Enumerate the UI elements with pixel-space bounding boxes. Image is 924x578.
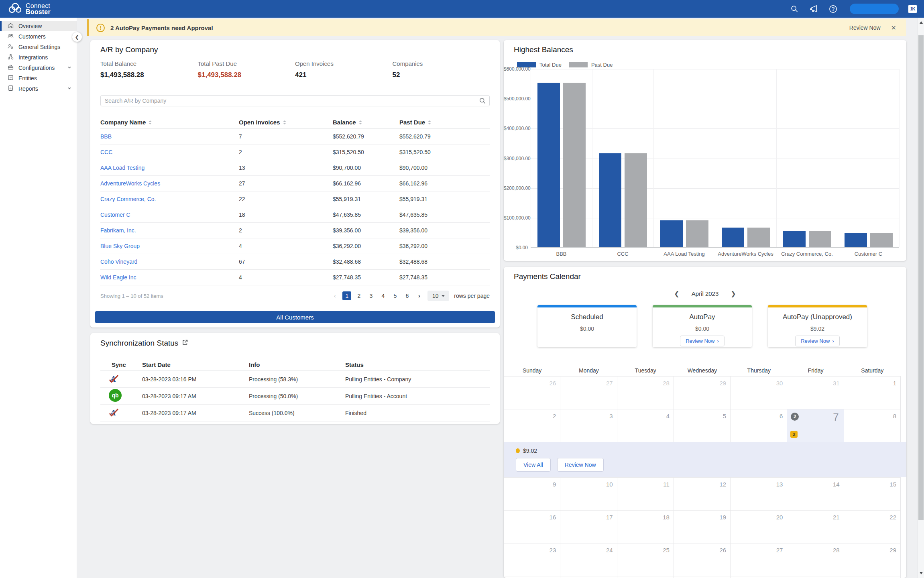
calendar-day[interactable]: 21 bbox=[787, 511, 844, 543]
calendar-day[interactable]: 17 bbox=[560, 511, 617, 543]
company-link[interactable]: CCC bbox=[100, 149, 112, 155]
page-button-4[interactable]: 4 bbox=[379, 291, 387, 300]
column-balance[interactable]: Balance bbox=[333, 119, 399, 126]
calendar-day[interactable]: 10 bbox=[560, 478, 617, 510]
bar-past-due[interactable] bbox=[625, 153, 647, 247]
calendar-day[interactable]: 16 bbox=[504, 511, 560, 543]
user-account-menu[interactable] bbox=[850, 4, 899, 14]
bar-past-due[interactable] bbox=[747, 228, 770, 247]
calendar-day[interactable]: 11 bbox=[617, 478, 674, 510]
calendar-day[interactable]: 29 bbox=[674, 377, 731, 409]
calendar-day[interactable]: 12 bbox=[674, 478, 731, 510]
autopay-unapproved-review-now-button[interactable]: Review Now› bbox=[795, 336, 840, 346]
bar-past-due[interactable] bbox=[563, 83, 586, 247]
company-link[interactable]: Blue Sky Group bbox=[100, 243, 140, 249]
calendar-day[interactable]: 26 bbox=[674, 543, 731, 576]
sidebar-item-integrations[interactable]: Integrations bbox=[0, 52, 77, 63]
kaseya-logo-badge[interactable]: 1K bbox=[908, 5, 917, 13]
company-link[interactable]: Crazy Commerce, Co. bbox=[100, 196, 156, 202]
calendar-day[interactable]: 18 bbox=[617, 511, 674, 543]
company-link[interactable]: Coho Vineyard bbox=[100, 258, 137, 265]
calendar-day[interactable] bbox=[504, 576, 560, 578]
calendar-day[interactable]: 31 bbox=[787, 377, 844, 409]
help-icon[interactable] bbox=[828, 4, 838, 14]
all-customers-button[interactable]: All Customers bbox=[95, 311, 495, 323]
calendar-day[interactable]: 23 bbox=[504, 543, 560, 576]
previous-month-icon[interactable]: ❮ bbox=[674, 290, 679, 297]
company-link[interactable]: AAA Load Testing bbox=[100, 165, 145, 171]
autopay-review-now-button[interactable]: Review Now› bbox=[680, 336, 725, 346]
external-link-icon[interactable] bbox=[182, 339, 188, 347]
column-open-invoices[interactable]: Open Invoices bbox=[239, 119, 333, 126]
calendar-day-selected[interactable]: 272 bbox=[787, 409, 844, 442]
page-button-3[interactable]: 3 bbox=[366, 291, 375, 300]
sidebar-collapse-button[interactable]: ❮ bbox=[72, 32, 82, 42]
search-icon[interactable] bbox=[790, 4, 799, 14]
calendar-day[interactable]: 28 bbox=[787, 543, 844, 576]
search-ar-input[interactable] bbox=[100, 95, 490, 106]
sidebar-item-configurations[interactable]: Configurations bbox=[0, 63, 77, 73]
autopay-event-badge[interactable]: 2 bbox=[790, 431, 798, 438]
calendar-day[interactable]: 15 bbox=[844, 478, 901, 510]
sidebar-item-overview[interactable]: Overview bbox=[0, 21, 77, 31]
banner-review-now-link[interactable]: Review Now bbox=[849, 24, 881, 31]
calendar-day[interactable]: 24 bbox=[560, 543, 617, 576]
scroll-up-button[interactable] bbox=[918, 18, 924, 26]
next-page-button[interactable]: › bbox=[415, 291, 423, 300]
scroll-down-button[interactable] bbox=[918, 569, 924, 577]
previous-page-button[interactable]: ‹ bbox=[330, 291, 339, 300]
next-month-icon[interactable]: ❯ bbox=[731, 290, 736, 297]
bar-total-due[interactable] bbox=[660, 220, 683, 247]
calendar-day[interactable]: 20 bbox=[731, 511, 787, 543]
calendar-day[interactable]: 9 bbox=[504, 478, 560, 510]
calendar-day[interactable]: 28 bbox=[617, 377, 674, 409]
company-link[interactable]: AdventureWorks Cycles bbox=[100, 180, 160, 187]
calendar-day[interactable]: 14 bbox=[787, 478, 844, 510]
calendar-day[interactable] bbox=[731, 576, 787, 578]
calendar-day[interactable]: 27 bbox=[560, 377, 617, 409]
column-past-due[interactable]: Past Due bbox=[399, 119, 490, 126]
page-button-1[interactable]: 1 bbox=[342, 291, 351, 300]
calendar-day[interactable]: 6 bbox=[731, 409, 787, 442]
calendar-day[interactable] bbox=[617, 576, 674, 578]
bar-total-due[interactable] bbox=[537, 83, 560, 247]
bar-past-due[interactable] bbox=[809, 231, 831, 247]
calendar-day[interactable]: 27 bbox=[731, 543, 787, 576]
company-link[interactable]: Wild Eagle Inc bbox=[100, 274, 136, 281]
connectbooster-logo[interactable]: Connect Booster bbox=[7, 2, 51, 16]
calendar-day[interactable]: 29 bbox=[844, 543, 901, 576]
banner-close-icon[interactable]: ✕ bbox=[891, 24, 896, 32]
calendar-day[interactable]: 8 bbox=[844, 409, 901, 442]
calendar-day[interactable] bbox=[560, 576, 617, 578]
calendar-day[interactable]: 26 bbox=[504, 377, 560, 409]
announcements-megaphone-icon[interactable] bbox=[809, 4, 818, 14]
company-link[interactable]: BBB bbox=[100, 133, 112, 140]
calendar-day[interactable]: 1 bbox=[844, 377, 901, 409]
sidebar-item-reports[interactable]: Reports bbox=[0, 83, 77, 94]
company-link[interactable]: Customer C bbox=[100, 212, 130, 218]
rows-per-page-select[interactable]: 10 bbox=[427, 291, 449, 301]
page-button-6[interactable]: 6 bbox=[403, 291, 411, 300]
calendar-day[interactable]: 13 bbox=[731, 478, 787, 510]
bar-past-due[interactable] bbox=[870, 233, 893, 247]
bar-past-due[interactable] bbox=[686, 220, 708, 247]
calendar-day[interactable]: 30 bbox=[731, 377, 787, 409]
calendar-day[interactable] bbox=[787, 576, 844, 578]
sidebar-item-general-settings[interactable]: General Settings bbox=[0, 42, 77, 52]
bar-total-due[interactable] bbox=[783, 231, 806, 247]
calendar-day[interactable]: 19 bbox=[674, 511, 731, 543]
sidebar-item-customers[interactable]: Customers bbox=[0, 31, 77, 42]
bar-total-due[interactable] bbox=[599, 153, 621, 247]
calendar-day[interactable]: 5 bbox=[674, 409, 731, 442]
calendar-day[interactable] bbox=[674, 576, 731, 578]
calendar-day[interactable]: 2 bbox=[504, 409, 560, 442]
column-company-name[interactable]: Company Name bbox=[100, 119, 239, 126]
calendar-day[interactable] bbox=[844, 576, 901, 578]
page-button-2[interactable]: 2 bbox=[354, 291, 363, 300]
bar-total-due[interactable] bbox=[722, 228, 744, 247]
company-link[interactable]: Fabrikam, Inc. bbox=[100, 227, 136, 234]
scrollbar-thumb[interactable] bbox=[918, 35, 924, 520]
calendar-day[interactable]: 3 bbox=[560, 409, 617, 442]
sidebar-item-entities[interactable]: Entities bbox=[0, 73, 77, 83]
calendar-day[interactable]: 25 bbox=[617, 543, 674, 576]
